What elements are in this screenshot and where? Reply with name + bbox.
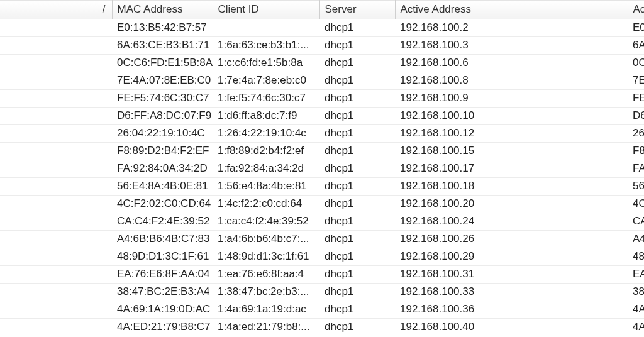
cell-client-id: 1:38:47:bc:2e:b3:...	[213, 284, 319, 301]
cell-mac: 56:E4:8A:4B:0E:81	[112, 178, 213, 196]
cell-active-partial: 56:E4	[628, 178, 644, 196]
cell-active-partial: F8:89	[628, 143, 644, 160]
col-header-mac[interactable]: MAC Address	[112, 1, 213, 19]
dhcp-lease-table[interactable]: / MAC Address Client ID Server Active Ad…	[0, 0, 644, 337]
table-row[interactable]: EA:76:E6:8F:AA:041:ea:76:e6:8f:aa:4dhcp1…	[0, 266, 644, 284]
cell-active-address: 192.168.100.29	[395, 248, 628, 266]
cell-lead	[0, 231, 112, 248]
cell-client-id: 1:48:9d:d1:3c:1f:61	[213, 248, 319, 266]
cell-server: dhcp1	[319, 301, 395, 319]
table-row[interactable]: A4:6B:B6:4B:C7:831:a4:6b:b6:4b:c7:...dhc…	[0, 231, 644, 248]
cell-lead	[0, 19, 112, 37]
col-header-client-id[interactable]: Client ID	[213, 1, 319, 19]
cell-client-id: 1:7e:4a:7:8e:eb:c0	[213, 72, 319, 90]
cell-mac: 6A:63:CE:B3:B1:71	[112, 37, 213, 55]
cell-active-address: 192.168.100.10	[395, 108, 628, 125]
cell-server: dhcp1	[319, 108, 395, 125]
cell-client-id: 1:f8:89:d2:b4:f2:ef	[213, 143, 319, 160]
table-row[interactable]: FE:F5:74:6C:30:C71:fe:f5:74:6c:30:c7dhcp…	[0, 90, 644, 108]
cell-mac: D6:FF:A8:DC:07:F9	[112, 108, 213, 125]
cell-lead	[0, 178, 112, 196]
dhcp-lease-table-wrap: / MAC Address Client ID Server Active Ad…	[0, 0, 644, 337]
cell-lead	[0, 143, 112, 160]
cell-active-address: 192.168.100.9	[395, 90, 628, 108]
cell-active-address: 192.168.100.24	[395, 213, 628, 231]
table-row[interactable]: FA:92:84:0A:34:2D1:fa:92:84:a:34:2ddhcp1…	[0, 160, 644, 178]
cell-lead	[0, 108, 112, 125]
table-row[interactable]: 26:04:22:19:10:4C1:26:4:22:19:10:4cdhcp1…	[0, 125, 644, 143]
cell-active-partial: FE:F5	[628, 90, 644, 108]
cell-active-address: 192.168.100.18	[395, 178, 628, 196]
cell-lead	[0, 196, 112, 213]
cell-server: dhcp1	[319, 125, 395, 143]
cell-server: dhcp1	[319, 284, 395, 301]
cell-client-id: 1:56:e4:8a:4b:e:81	[213, 178, 319, 196]
cell-active-partial: FA:92	[628, 160, 644, 178]
cell-client-id: 1:a4:6b:b6:4b:c7:...	[213, 231, 319, 248]
cell-lead	[0, 266, 112, 284]
cell-active-address: 192.168.100.17	[395, 160, 628, 178]
cell-active-partial: 4A:ED	[628, 319, 644, 336]
cell-mac: 26:04:22:19:10:4C	[112, 125, 213, 143]
cell-client-id: 1:4c:f2:2:c0:cd:64	[213, 196, 319, 213]
cell-client-id: 1:fe:f5:74:6c:30:c7	[213, 90, 319, 108]
cell-server: dhcp1	[319, 37, 395, 55]
cell-mac: 48:9D:D1:3C:1F:61	[112, 248, 213, 266]
table-row[interactable]: 38:47:BC:2E:B3:A41:38:47:bc:2e:b3:...dhc…	[0, 284, 644, 301]
col-header-active-address[interactable]: Active Address	[395, 1, 628, 19]
cell-client-id: 1:4a:ed:21:79:b8:...	[213, 319, 319, 336]
col-header-active-partial[interactable]: Active	[628, 1, 644, 19]
cell-active-partial: 0C:C6	[628, 55, 644, 72]
cell-mac: 7E:4A:07:8E:EB:C0	[112, 72, 213, 90]
cell-mac: CA:C4:F2:4E:39:52	[112, 213, 213, 231]
cell-lead	[0, 55, 112, 72]
table-row[interactable]: 0C:C6:FD:E1:5B:8A1:c:c6:fd:e1:5b:8adhcp1…	[0, 55, 644, 72]
cell-server: dhcp1	[319, 231, 395, 248]
cell-client-id: 1:4a:69:1a:19:d:ac	[213, 301, 319, 319]
cell-mac: 0C:C6:FD:E1:5B:8A	[112, 55, 213, 72]
cell-active-partial: A4:6B	[628, 231, 644, 248]
cell-active-address: 192.168.100.12	[395, 125, 628, 143]
cell-client-id: 1:fa:92:84:a:34:2d	[213, 160, 319, 178]
table-row[interactable]: 4C:F2:02:C0:CD:641:4c:f2:2:c0:cd:64dhcp1…	[0, 196, 644, 213]
cell-lead	[0, 301, 112, 319]
cell-active-address: 192.168.100.36	[395, 301, 628, 319]
table-row[interactable]: 48:9D:D1:3C:1F:611:48:9d:d1:3c:1f:61dhcp…	[0, 248, 644, 266]
col-header-sort[interactable]: /	[0, 1, 112, 19]
cell-lead	[0, 248, 112, 266]
table-row[interactable]: 56:E4:8A:4B:0E:811:56:e4:8a:4b:e:81dhcp1…	[0, 178, 644, 196]
cell-server: dhcp1	[319, 55, 395, 72]
cell-server: dhcp1	[319, 266, 395, 284]
cell-server: dhcp1	[319, 143, 395, 160]
table-body: E0:13:B5:42:B7:57dhcp1192.168.100.2E0:13…	[0, 19, 644, 338]
cell-active-address: 192.168.100.33	[395, 284, 628, 301]
cell-client-id: 1:c:c6:fd:e1:5b:8a	[213, 55, 319, 72]
col-header-server[interactable]: Server	[319, 1, 395, 19]
cell-lead	[0, 37, 112, 55]
cell-active-partial: D6:FF	[628, 108, 644, 125]
table-row[interactable]: CA:C4:F2:4E:39:521:ca:c4:f2:4e:39:52dhcp…	[0, 213, 644, 231]
table-row[interactable]: 4A:ED:21:79:B8:C71:4a:ed:21:79:b8:...dhc…	[0, 319, 644, 336]
cell-active-partial: CA:C4	[628, 213, 644, 231]
cell-client-id: 1:6a:63:ce:b3:b1:...	[213, 37, 319, 55]
cell-lead	[0, 213, 112, 231]
table-row[interactable]: E0:13:B5:42:B7:57dhcp1192.168.100.2E0:13	[0, 19, 644, 37]
table-row[interactable]: 7E:4A:07:8E:EB:C01:7e:4a:7:8e:eb:c0dhcp1…	[0, 72, 644, 90]
cell-active-address: 192.168.100.20	[395, 196, 628, 213]
cell-client-id: 1:26:4:22:19:10:4c	[213, 125, 319, 143]
cell-active-partial: 4C:F2	[628, 196, 644, 213]
cell-mac: EA:76:E6:8F:AA:04	[112, 266, 213, 284]
cell-client-id	[213, 19, 319, 37]
cell-lead	[0, 90, 112, 108]
table-row[interactable]: F8:89:D2:B4:F2:EF1:f8:89:d2:b4:f2:efdhcp…	[0, 143, 644, 160]
table-row[interactable]: 6A:63:CE:B3:B1:711:6a:63:ce:b3:b1:...dhc…	[0, 37, 644, 55]
cell-mac: 4A:69:1A:19:0D:AC	[112, 301, 213, 319]
table-row[interactable]: 4A:69:1A:19:0D:AC1:4a:69:1a:19:d:acdhcp1…	[0, 301, 644, 319]
cell-active-address: 192.168.100.6	[395, 55, 628, 72]
table-header: / MAC Address Client ID Server Active Ad…	[0, 1, 644, 19]
cell-active-address: 192.168.100.15	[395, 143, 628, 160]
cell-active-partial: 26:04	[628, 125, 644, 143]
table-row[interactable]: D6:FF:A8:DC:07:F91:d6:ff:a8:dc:7:f9dhcp1…	[0, 108, 644, 125]
cell-active-partial: E0:13	[628, 19, 644, 37]
cell-lead	[0, 319, 112, 336]
